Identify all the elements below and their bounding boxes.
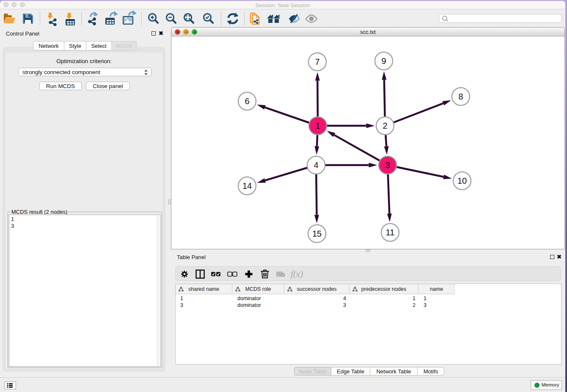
svg-text:10: 10	[457, 176, 467, 185]
svg-text:7: 7	[315, 57, 319, 66]
svg-text:9: 9	[381, 56, 386, 66]
svg-text:6: 6	[245, 97, 249, 106]
svg-text:14: 14	[242, 181, 252, 190]
svg-text:15: 15	[312, 229, 322, 238]
svg-text:1: 1	[315, 121, 320, 130]
svg-text:4: 4	[314, 160, 318, 170]
svg-text:f(x): f(x)	[291, 269, 303, 279]
svg-text:11: 11	[386, 228, 395, 237]
svg-text:2: 2	[383, 121, 387, 130]
svg-text:8: 8	[458, 92, 463, 101]
svg-text:3: 3	[385, 160, 390, 170]
